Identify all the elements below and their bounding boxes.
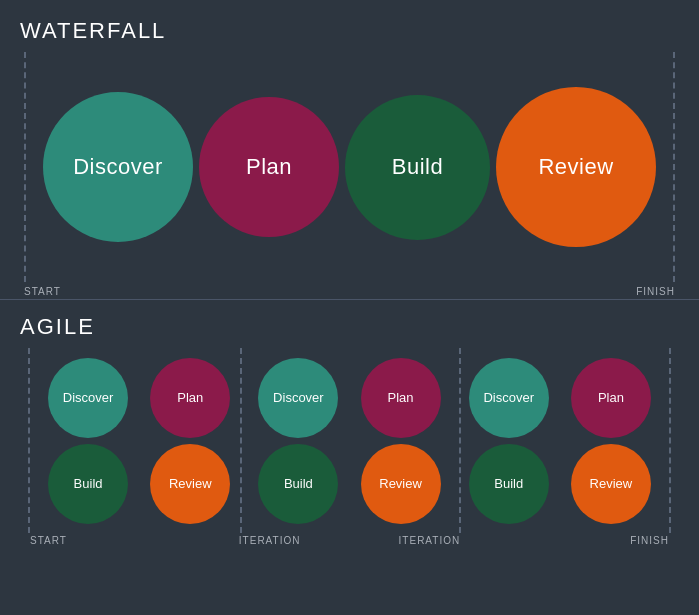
- waterfall-plan-circle: Plan: [199, 97, 339, 237]
- waterfall-circles-row: Discover Plan Build Review: [20, 87, 679, 247]
- agile-iter3-discover: Discover: [469, 358, 549, 438]
- agile-iter1-plan: Plan: [150, 358, 230, 438]
- waterfall-section: WATERFALL Discover Plan Build Review STA…: [0, 0, 699, 300]
- agile-iteration-3: Discover Plan Build Review: [455, 352, 665, 530]
- waterfall-title: WATERFALL: [20, 18, 679, 44]
- agile-iter2-review: Review: [361, 444, 441, 524]
- agile-labels: START ITERATION ITERATION FINISH: [20, 535, 679, 546]
- waterfall-labels: START FINISH: [20, 286, 679, 297]
- agile-iter1-review: Review: [150, 444, 230, 524]
- agile-iteration-label-2: ITERATION: [350, 535, 510, 546]
- waterfall-discover-circle: Discover: [43, 92, 193, 242]
- agile-iteration-2: Discover Plan Build Review: [244, 352, 454, 530]
- agile-title: AGILE: [20, 314, 679, 340]
- agile-finish-label: FINISH: [509, 535, 669, 546]
- agile-iteration-line-1: [240, 348, 242, 533]
- agile-iteration-1: Discover Plan Build Review: [34, 352, 244, 530]
- agile-iter3-review: Review: [571, 444, 651, 524]
- agile-finish-line: [669, 348, 671, 533]
- waterfall-content: Discover Plan Build Review: [20, 52, 679, 282]
- agile-start-label: START: [30, 535, 190, 546]
- agile-iter1-build: Build: [48, 444, 128, 524]
- agile-iteration-label-1: ITERATION: [190, 535, 350, 546]
- agile-iter3-plan: Plan: [571, 358, 651, 438]
- agile-iter2-build: Build: [258, 444, 338, 524]
- agile-iter2-discover: Discover: [258, 358, 338, 438]
- agile-start-line: [28, 348, 30, 533]
- waterfall-finish-label: FINISH: [636, 286, 675, 297]
- agile-iter1-discover: Discover: [48, 358, 128, 438]
- agile-iter3-build: Build: [469, 444, 549, 524]
- waterfall-start-label: START: [24, 286, 61, 297]
- waterfall-review-circle: Review: [496, 87, 656, 247]
- agile-iteration-line-2: [459, 348, 461, 533]
- agile-section: AGILE Discover Plan Build Review Discove…: [0, 300, 699, 615]
- agile-iter2-plan: Plan: [361, 358, 441, 438]
- waterfall-build-circle: Build: [345, 95, 490, 240]
